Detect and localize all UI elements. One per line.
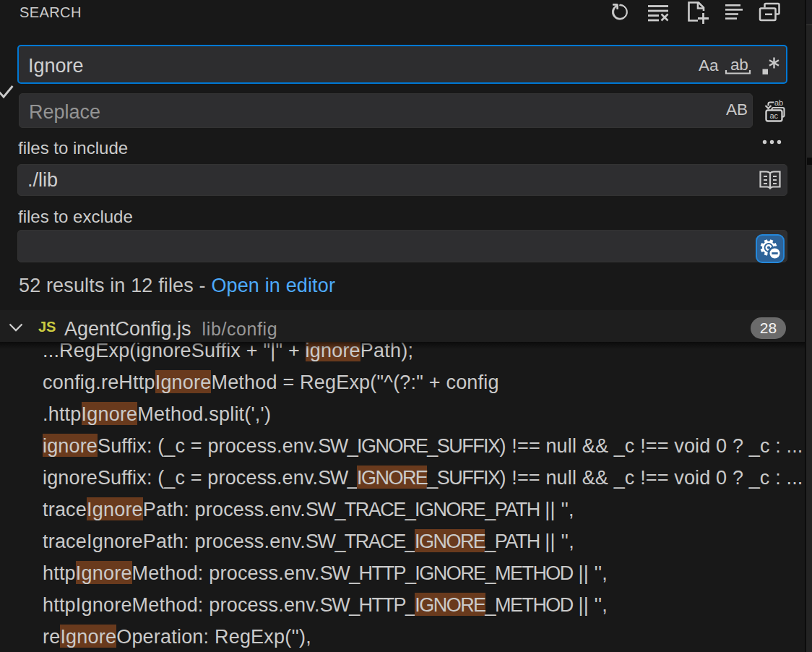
svg-text:ac: ac bbox=[770, 111, 779, 120]
svg-text:ab: ab bbox=[774, 98, 783, 107]
